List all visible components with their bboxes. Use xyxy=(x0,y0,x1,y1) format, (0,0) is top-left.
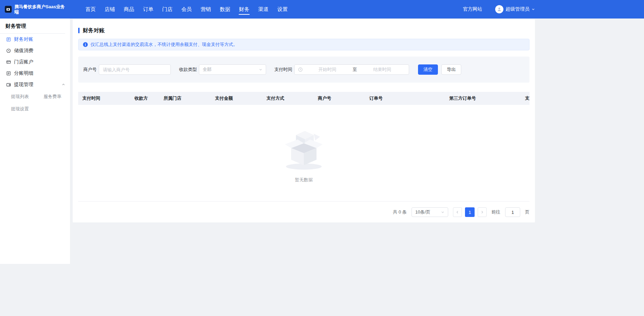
chevron-down-icon xyxy=(532,8,535,11)
nav-item-data[interactable]: 数据 xyxy=(215,0,235,19)
alert-text: 仅汇总线上支付渠道的交易流水，不统计使用余额支付、现金支付等方式。 xyxy=(91,41,238,48)
chevron-right-icon xyxy=(480,210,484,214)
split-detail-icon xyxy=(6,71,11,76)
sidebar-item-label: 财务对账 xyxy=(14,36,33,42)
nav-item-marketing[interactable]: 营销 xyxy=(196,0,215,19)
brand: 腾马餐饮多商户Saas业务端 xyxy=(5,4,71,14)
payment-type-select[interactable]: 全部 xyxy=(199,64,266,75)
page-title-row: 财务对账 xyxy=(78,27,529,34)
pagination: 共 0 条 10条/页 1 前往 页 xyxy=(78,207,529,217)
nav-item-members[interactable]: 会员 xyxy=(177,0,196,19)
column-payee: 收款方 xyxy=(130,95,159,101)
nav-item-channel[interactable]: 渠道 xyxy=(254,0,273,19)
goto-page-input[interactable] xyxy=(505,207,520,217)
pagination-total: 共 0 条 xyxy=(393,209,407,215)
column-pay-status: 支付状态 xyxy=(521,95,529,101)
info-alert: i 仅汇总线上支付渠道的交易流水，不统计使用余额支付、现金支付等方式。 xyxy=(78,39,529,50)
nav-item-orders[interactable]: 订单 xyxy=(139,0,158,19)
sidebar-item-stored-value-consumption[interactable]: 储值消费 xyxy=(0,45,70,56)
user-name: 超级管理员 xyxy=(505,6,529,12)
official-site-link[interactable]: 官方网站 xyxy=(463,6,482,12)
column-pay-amount: 支付金额 xyxy=(211,95,262,101)
page-title: 财务对账 xyxy=(83,27,105,34)
page-size-select[interactable]: 10条/页 xyxy=(412,207,448,217)
nav-item-finance[interactable]: 财务 xyxy=(235,0,254,19)
sidebar-item-label: 储值消费 xyxy=(14,48,33,54)
chevron-left-icon xyxy=(456,210,459,214)
page-unit-label: 页 xyxy=(525,209,529,215)
sidebar-title: 财务管理 xyxy=(0,19,70,33)
sidebar-menu: 财务对账 储值消费 门店账户 分账明细 提现管理 xyxy=(0,34,70,116)
ledger-icon xyxy=(6,37,11,42)
empty-text: 暂无数据 xyxy=(295,177,313,183)
sidebar-item-label: 提现管理 xyxy=(14,82,33,88)
sidebar-item-withdraw-management[interactable]: 提现管理 xyxy=(0,79,70,90)
merchant-input[interactable] xyxy=(99,64,171,75)
clear-button[interactable]: 清空 xyxy=(418,64,438,75)
empty-box-illustration xyxy=(278,123,330,171)
nav-item-settings[interactable]: 设置 xyxy=(273,0,292,19)
clock-icon xyxy=(298,67,303,72)
nav-item-stores[interactable]: 门店 xyxy=(158,0,177,19)
nav-item-home[interactable]: 首页 xyxy=(81,0,100,19)
range-separator: 至 xyxy=(352,66,358,73)
sidebar-subitem-service-fee-rate[interactable]: 服务费率 xyxy=(44,94,71,100)
user-menu[interactable]: 超级管理员 xyxy=(495,5,535,13)
sidebar-item-label: 门店账户 xyxy=(14,59,33,65)
filter-buttons: 清空 导出 xyxy=(418,64,461,75)
column-pay-time: 支付时间 xyxy=(78,95,130,101)
column-order-id: 订单号 xyxy=(365,95,445,101)
sidebar-item-label: 分账明细 xyxy=(14,70,33,76)
page-number-1[interactable]: 1 xyxy=(465,207,475,217)
merchant-label: 商户号 xyxy=(83,66,97,73)
top-nav: 首页 店铺 商品 订单 门店 会员 营销 数据 财务 渠道 设置 xyxy=(81,0,292,19)
column-merchant-id: 商户号 xyxy=(314,95,365,101)
stored-value-icon xyxy=(6,48,11,53)
info-icon: i xyxy=(83,42,88,47)
chevron-down-icon xyxy=(259,68,262,71)
title-accent-bar xyxy=(78,28,80,33)
top-header: 腾马餐饮多商户Saas业务端 首页 店铺 商品 订单 门店 会员 营销 数据 财… xyxy=(0,0,644,19)
sidebar-subitem-withdraw-list[interactable]: 提现列表 xyxy=(11,94,39,100)
prev-page-button[interactable] xyxy=(453,207,462,217)
start-time-placeholder: 开始时间 xyxy=(304,66,350,73)
pay-time-range-picker[interactable]: 开始时间 至 结束时间 xyxy=(294,64,409,75)
wallet-icon xyxy=(6,82,11,87)
goto-label: 前往 xyxy=(491,209,500,215)
content-card: 财务对账 i 仅汇总线上支付渠道的交易流水，不统计使用余额支付、现金支付等方式。… xyxy=(73,19,535,222)
column-third-party-order-id: 第三方订单号 xyxy=(445,95,521,101)
export-button[interactable]: 导出 xyxy=(441,64,461,75)
nav-item-shop[interactable]: 店铺 xyxy=(100,0,119,19)
sidebar-subitem-withdraw-settings[interactable]: 提现设置 xyxy=(11,106,39,112)
pay-time-label: 支付时间 xyxy=(274,66,292,73)
brand-logo-icon xyxy=(5,6,12,13)
empty-state: 暂无数据 xyxy=(78,105,529,202)
column-store: 所属门店 xyxy=(159,95,211,101)
sidebar-submenu: 提现列表 服务费率 提现设置 xyxy=(0,90,70,116)
main-content: 财务对账 i 仅汇总线上支付渠道的交易流水，不统计使用余额支付、现金支付等方式。… xyxy=(70,19,644,264)
sidebar-item-store-account[interactable]: 门店账户 xyxy=(0,56,70,68)
avatar xyxy=(495,5,503,13)
payment-type-label: 收款类型 xyxy=(179,66,197,73)
chevron-up-icon xyxy=(62,83,65,86)
page-size-value: 10条/页 xyxy=(415,209,430,215)
nav-item-goods[interactable]: 商品 xyxy=(119,0,139,19)
brand-name: 腾马餐饮多商户Saas业务端 xyxy=(14,4,67,14)
end-time-placeholder: 结束时间 xyxy=(359,66,405,73)
payment-type-value: 全部 xyxy=(203,66,212,73)
column-pay-method: 支付方式 xyxy=(262,95,314,101)
filter-panel: 商户号 收款类型 全部 支付时间 开始时间 至 结束时间 清空 导出 xyxy=(78,57,529,83)
page-buttons: 1 xyxy=(453,207,487,217)
sidebar-item-split-account-detail[interactable]: 分账明细 xyxy=(0,68,70,79)
chevron-down-icon xyxy=(441,210,444,214)
table-header-row: 支付时间 收款方 所属门店 支付金额 支付方式 商户号 订单号 第三方订单号 支… xyxy=(78,92,529,105)
next-page-button[interactable] xyxy=(478,207,487,217)
sidebar: 财务管理 财务对账 储值消费 门店账户 分账明细 提现管理 xyxy=(0,19,70,264)
sidebar-item-finance-reconciliation[interactable]: 财务对账 xyxy=(0,34,70,45)
header-right: 官方网站 超级管理员 xyxy=(463,5,535,13)
store-account-icon xyxy=(6,60,11,64)
